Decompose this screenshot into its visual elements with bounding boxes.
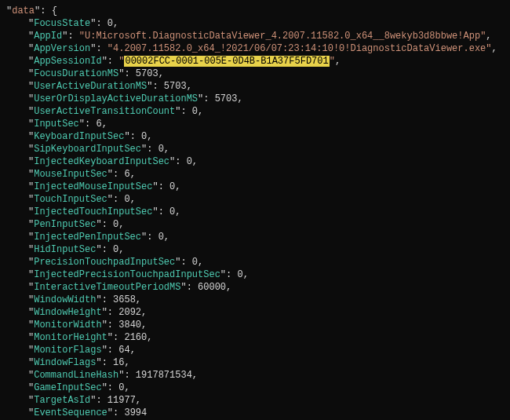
colon: :: [226, 269, 237, 280]
colon: :: [67, 31, 78, 42]
comma: ,: [136, 395, 141, 406]
comma: ,: [113, 18, 118, 29]
json-entry: "WindowFlags": 16,: [6, 356, 504, 369]
json-key: WindowWidth: [34, 294, 96, 305]
json-entry: "SipKeyboardInputSec": 0,: [6, 143, 504, 155]
json-key: EventSequence: [34, 407, 107, 418]
quote: ": [486, 43, 491, 54]
json-key: InjectedPenInputSec: [34, 232, 141, 243]
comma: ,: [187, 81, 192, 92]
json-key: AppVersion: [34, 43, 90, 54]
comma: ,: [102, 119, 107, 130]
json-entry: "UserOrDisplayActiveDurationMS": 5703,: [6, 93, 504, 105]
json-viewer: "data": { "FocusState": 0,"AppId": "U:Mi…: [0, 0, 510, 420]
quote: ": [79, 119, 85, 130]
colon: :: [175, 156, 186, 167]
comma: ,: [141, 307, 147, 318]
quote: ": [107, 169, 113, 180]
json-entry: "PrecisionTouchpadInputSec": 0,: [6, 256, 504, 268]
json-entry: "InjectedTouchInputSec": 0,: [6, 206, 504, 218]
colon: :: [158, 181, 169, 192]
json-key: UserActiveDurationMS: [34, 81, 147, 92]
colon: :: [96, 395, 107, 406]
comma: ,: [164, 232, 169, 243]
json-string: U:Microsoft.DiagnosticDataViewer_4.2007.…: [85, 31, 480, 42]
json-key: UserActiveTransitionCount: [34, 106, 175, 117]
json-entry: "GameInputSec": 0,: [6, 382, 504, 394]
json-number: 0: [158, 144, 164, 155]
colon: :: [124, 370, 135, 381]
json-number: 2160: [124, 332, 147, 343]
quote: ": [102, 382, 107, 393]
json-number: 64: [118, 345, 129, 356]
json-number: 0: [124, 194, 129, 205]
colon: :: [40, 5, 51, 16]
comma: ,: [192, 370, 198, 381]
comma: ,: [118, 219, 124, 230]
colon: :: [187, 282, 198, 293]
colon: :: [130, 131, 141, 142]
json-number: 1917871534: [136, 370, 192, 381]
json-entry: "MonitorHeight": 2160,: [6, 331, 504, 344]
json-key: TargetAsId: [34, 395, 90, 406]
json-number: 0: [187, 156, 192, 167]
json-entry: "InputSec": 6,: [6, 118, 504, 130]
json-entry: "UserActiveTransitionCount": 0,: [6, 105, 504, 118]
json-number: 0: [192, 106, 198, 117]
json-entry: "FocusDurationMS": 5703,: [6, 68, 504, 80]
colon: :: [113, 169, 124, 180]
json-entry: "WindowWidth": 3658,: [6, 294, 504, 306]
colon: :: [158, 206, 169, 217]
comma: ,: [335, 56, 341, 67]
comma: ,: [147, 332, 152, 343]
quote: ": [180, 282, 186, 293]
json-entry: "WindowHeight": 2092,: [6, 306, 504, 319]
quote: ": [102, 56, 107, 67]
json-key: TouchInputSec: [34, 194, 107, 205]
json-entry: "MonitorFlags": 64,: [6, 344, 504, 356]
colon: :: [180, 106, 191, 117]
quote: ": [102, 307, 107, 318]
json-key: MonitorHeight: [34, 332, 107, 343]
json-number: 5703: [136, 68, 158, 79]
quote: ": [330, 56, 335, 67]
json-key: FocusDurationMS: [34, 68, 118, 79]
json-key: MouseInputSec: [34, 169, 107, 180]
json-key: UserOrDisplayActiveDurationMS: [34, 93, 198, 104]
quote: ": [102, 345, 107, 356]
quote: ": [102, 320, 107, 331]
json-number: 5703: [215, 93, 238, 104]
json-number: 6: [96, 119, 101, 130]
colon: :: [180, 257, 191, 268]
comma: ,: [141, 320, 147, 331]
json-entry: "InteractiveTimeoutPeriodMS": 60000,: [6, 281, 504, 294]
json-entry: "AppSessionId": "00002FCC-0001-005E-0D4B…: [6, 55, 504, 68]
colon: :: [124, 68, 135, 79]
json-key: AppSessionId: [34, 56, 101, 67]
colon: :: [152, 81, 163, 92]
json-entry: "AppVersion": "4.2007.11582.0_x64_!2021/…: [6, 42, 504, 55]
colon: :: [96, 43, 107, 54]
comma: ,: [164, 144, 169, 155]
json-string-highlighted: 00002FCC-0001-005E-0D4B-B1A37F5FD701: [124, 56, 329, 67]
colon: :: [113, 407, 124, 418]
json-key: GameInputSec: [34, 382, 101, 393]
colon: :: [113, 194, 124, 205]
quote: ": [107, 332, 113, 343]
json-entry: "InjectedPenInputSec": 0,: [6, 231, 504, 243]
json-number: 11977: [107, 395, 136, 406]
json-number: 5703: [164, 81, 187, 92]
comma: ,: [243, 269, 249, 280]
json-entry: "HidInputSec": 0,: [6, 243, 504, 256]
json-key: InjectedMouseInputSec: [34, 181, 152, 192]
colon: :: [102, 357, 113, 368]
json-key: MonitorWidth: [34, 320, 101, 331]
quote: ": [107, 194, 113, 205]
colon: :: [102, 219, 113, 230]
json-number: 16: [113, 357, 124, 368]
json-key: WindowFlags: [34, 357, 96, 368]
comma: ,: [192, 156, 198, 167]
comma: ,: [118, 244, 124, 255]
json-key: InjectedTouchInputSec: [34, 206, 152, 217]
colon: :: [102, 294, 113, 305]
